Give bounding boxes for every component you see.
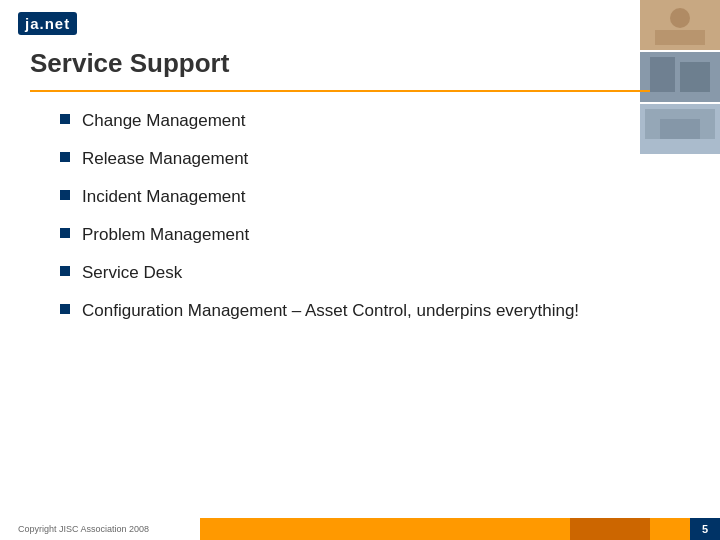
photo-1 xyxy=(640,0,720,50)
bullet-square-2 xyxy=(60,152,70,162)
bullet-text-6: Configuration Management – Asset Control… xyxy=(82,300,579,322)
svg-rect-2 xyxy=(655,30,705,45)
slide-title: Service Support xyxy=(30,48,229,79)
svg-point-1 xyxy=(670,8,690,28)
bullet-item-5: Service Desk xyxy=(60,262,579,284)
svg-rect-5 xyxy=(680,62,710,92)
bullet-square-6 xyxy=(60,304,70,314)
bullet-square-1 xyxy=(60,114,70,124)
bullet-text-1: Change Management xyxy=(82,110,579,132)
footer-segment-dark-orange xyxy=(570,518,650,540)
bullet-text-4: Problem Management xyxy=(82,224,579,246)
copyright-text: Copyright JISC Association 2008 xyxy=(18,524,149,534)
svg-rect-4 xyxy=(650,57,675,92)
bullet-text-5: Service Desk xyxy=(82,262,579,284)
bullet-item-4: Problem Management xyxy=(60,224,579,246)
footer-bar: Copyright JISC Association 2008 5 xyxy=(0,518,720,540)
bullet-text-2: Release Management xyxy=(82,148,579,170)
bullet-item-6: Configuration Management – Asset Control… xyxy=(60,300,579,322)
footer-page-number: 5 xyxy=(690,518,720,540)
bullet-square-3 xyxy=(60,190,70,200)
right-image-panel xyxy=(640,0,720,154)
footer-segment-orange-1 xyxy=(200,518,570,540)
logo-area: ja.net xyxy=(18,12,77,35)
svg-rect-8 xyxy=(660,119,700,139)
logo-text: ja.net xyxy=(18,12,77,35)
photo-3 xyxy=(640,104,720,154)
bullet-item-2: Release Management xyxy=(60,148,579,170)
bullet-square-5 xyxy=(60,266,70,276)
bullet-list: Change ManagementRelease ManagementIncid… xyxy=(60,110,579,339)
photo-2 xyxy=(640,52,720,102)
bullet-text-3: Incident Management xyxy=(82,186,579,208)
bullet-item-3: Incident Management xyxy=(60,186,579,208)
bullet-item-1: Change Management xyxy=(60,110,579,132)
footer-copyright: Copyright JISC Association 2008 xyxy=(0,518,200,540)
footer-segment-orange-2 xyxy=(650,518,690,540)
bullet-square-4 xyxy=(60,228,70,238)
title-divider xyxy=(30,90,650,92)
